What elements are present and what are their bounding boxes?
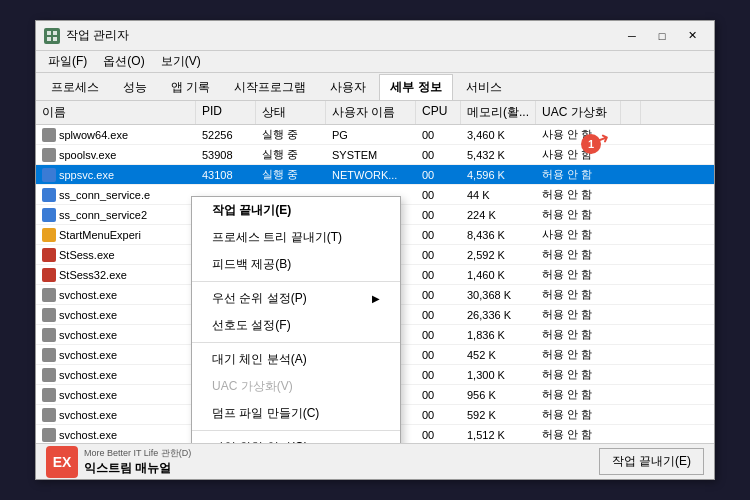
minimize-button[interactable]: ─: [618, 26, 646, 46]
cell-status: 실행 중: [256, 145, 326, 164]
cell-name: svchost.exe: [36, 425, 196, 443]
ctx-separator: [192, 281, 400, 282]
cell-uac: 허용 안 함: [536, 165, 621, 184]
cell-name: spoolsv.exe: [36, 145, 196, 164]
table-header: 이름 PID 상태 사용자 이름 CPU 메모리(활... UAC 가상화: [36, 101, 714, 125]
cell-pid: 52256: [196, 125, 256, 144]
table-row[interactable]: splwow64.exe 52256 실행 중 PG 00 3,460 K 사용…: [36, 125, 714, 145]
cell-name: svchost.exe: [36, 405, 196, 424]
cell-mem: 44 K: [461, 185, 536, 204]
col-user[interactable]: 사용자 이름: [326, 101, 416, 124]
menu-bar: 파일(F) 옵션(O) 보기(V): [36, 51, 714, 73]
cell-user: SYSTEM: [326, 145, 416, 164]
menu-options[interactable]: 옵션(O): [95, 51, 152, 72]
brand-name: 익스트림 매뉴얼: [84, 460, 191, 477]
annotation-badge-1: 1: [581, 134, 601, 154]
cell-name: svchost.exe: [36, 345, 196, 364]
cell-name: StSess.exe: [36, 245, 196, 264]
ctx-open-file-location[interactable]: 파일 위치 열기(O): [192, 434, 400, 443]
tab-app-history[interactable]: 앱 기록: [160, 74, 221, 100]
col-cpu[interactable]: CPU: [416, 101, 461, 124]
cell-name: svchost.exe: [36, 325, 196, 344]
ctx-provide-feedback[interactable]: 피드백 제공(B): [192, 251, 400, 278]
tab-details[interactable]: 세부 정보: [379, 74, 452, 100]
logo-area: EX More Better IT Life 관한(D) 익스트림 매뉴얼: [46, 446, 191, 478]
cell-user: NETWORK...: [326, 165, 416, 184]
cell-uac: 사용 안 함: [536, 145, 621, 164]
cell-name: svchost.exe: [36, 305, 196, 324]
cell-name: StartMenuExperi: [36, 225, 196, 244]
col-status[interactable]: 상태: [256, 101, 326, 124]
ctx-end-process-tree[interactable]: 프로세스 트리 끝내기(T): [192, 224, 400, 251]
window-title: 작업 관리자: [66, 27, 618, 44]
tab-users[interactable]: 사용자: [319, 74, 377, 100]
svg-rect-1: [53, 31, 57, 35]
maximize-button[interactable]: □: [648, 26, 676, 46]
svg-rect-3: [53, 37, 57, 41]
end-task-button[interactable]: 작업 끝내기(E): [599, 448, 704, 475]
ctx-set-priority[interactable]: 우선 순위 설정(P) ▶: [192, 285, 400, 312]
cell-name: svchost.exe: [36, 365, 196, 384]
task-manager-window: 작업 관리자 ─ □ ✕ 파일(F) 옵션(O) 보기(V) 프로세스 성능 앱…: [35, 20, 715, 480]
tab-performance[interactable]: 성능: [112, 74, 158, 100]
cell-pid: 43108: [196, 165, 256, 184]
menu-view[interactable]: 보기(V): [153, 51, 209, 72]
cell-name: ss_conn_service2: [36, 205, 196, 224]
ctx-uac-virtualization: UAC 가상화(V): [192, 373, 400, 400]
cell-status: 실행 중: [256, 165, 326, 184]
cell-mem: 4,596 K: [461, 165, 536, 184]
cell-uac: 허용 안 함: [536, 185, 621, 204]
tab-startup[interactable]: 시작프로그램: [223, 74, 317, 100]
cell-mem: 3,460 K: [461, 125, 536, 144]
menu-file[interactable]: 파일(F): [40, 51, 95, 72]
col-pid[interactable]: PID: [196, 101, 256, 124]
close-button[interactable]: ✕: [678, 26, 706, 46]
tabs-bar: 프로세스 성능 앱 기록 시작프로그램 사용자 세부 정보 서비스: [36, 73, 714, 101]
cell-name: splwow64.exe: [36, 125, 196, 144]
svg-rect-0: [47, 31, 51, 35]
cell-cpu: 00: [416, 125, 461, 144]
cell-name: svchost.exe: [36, 285, 196, 304]
ctx-analyze-wait-chain[interactable]: 대기 체인 분석(A): [192, 346, 400, 373]
cell-cpu: 00: [416, 145, 461, 164]
window-icon: [44, 28, 60, 44]
ctx-separator: [192, 342, 400, 343]
cell-uac: 사용 안 함: [536, 125, 621, 144]
ctx-separator: [192, 430, 400, 431]
ctx-end-task[interactable]: 작업 끝내기(E): [192, 197, 400, 224]
col-uac[interactable]: UAC 가상화: [536, 101, 621, 124]
cell-cpu: 00: [416, 165, 461, 184]
submenu-arrow-icon: ▶: [372, 293, 380, 304]
cell-mem: 5,432 K: [461, 145, 536, 164]
cell-name: StSess32.exe: [36, 265, 196, 284]
window-controls: ─ □ ✕: [618, 26, 706, 46]
content-area: 이름 PID 상태 사용자 이름 CPU 메모리(활... UAC 가상화 sp…: [36, 101, 714, 443]
title-bar: 작업 관리자 ─ □ ✕: [36, 21, 714, 51]
col-scroll: [621, 101, 641, 124]
tab-services[interactable]: 서비스: [455, 74, 513, 100]
col-memory[interactable]: 메모리(활...: [461, 101, 536, 124]
context-menu: 작업 끝내기(E) 프로세스 트리 끝내기(T) 피드백 제공(B) 우선 순위…: [191, 196, 401, 443]
table-row[interactable]: spoolsv.exe 53908 실행 중 SYSTEM 00 5,432 K…: [36, 145, 714, 165]
cell-name: sppsvc.exe: [36, 165, 196, 184]
ctx-set-affinity[interactable]: 선호도 설정(F): [192, 312, 400, 339]
cell-cpu: 00: [416, 185, 461, 204]
cell-pid: 53908: [196, 145, 256, 164]
svg-rect-2: [47, 37, 51, 41]
ctx-create-dump[interactable]: 덤프 파일 만들기(C): [192, 400, 400, 427]
tab-processes[interactable]: 프로세스: [40, 74, 110, 100]
logo-tagline: More Better IT Life 관한(D): [84, 447, 191, 460]
table-row-selected[interactable]: sppsvc.exe 43108 실행 중 NETWORK... 00 4,59…: [36, 165, 714, 185]
bottom-bar: EX More Better IT Life 관한(D) 익스트림 매뉴얼 작업…: [36, 443, 714, 479]
cell-name: svchost.exe: [36, 385, 196, 404]
cell-status: 실행 중: [256, 125, 326, 144]
brand-logo: EX: [46, 446, 78, 478]
col-name[interactable]: 이름: [36, 101, 196, 124]
cell-name: ss_conn_service.e: [36, 185, 196, 204]
cell-user: PG: [326, 125, 416, 144]
